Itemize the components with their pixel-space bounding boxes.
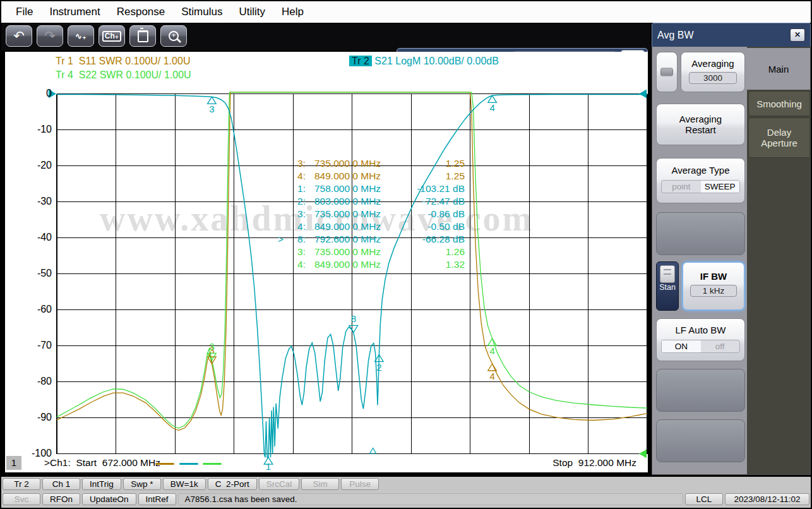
status-cell-pulse: Pulse <box>341 478 379 490</box>
lf-auto-bw-on-option[interactable]: ON <box>662 340 700 352</box>
add-channel-button[interactable]: Ch₊ <box>99 25 125 47</box>
marker-value: -66.28 dB <box>409 233 465 246</box>
marker-frequency: 735.000 0 MHz <box>306 246 409 258</box>
status-message: A7856.1.csa has been saved. <box>178 493 683 505</box>
marker-row: 3:735.000 0 MHz1.25 <box>278 157 465 170</box>
marker-frequency: 758.000 0 MHz <box>306 183 409 195</box>
marker-row: 2:803.000 0 MHz-72.47 dB <box>278 195 465 208</box>
softkey-blank-1 <box>656 212 745 255</box>
active-marker-arrow <box>278 195 287 208</box>
averaging-restart-button[interactable]: Averaging Restart <box>656 104 745 145</box>
tr2-color-dash <box>179 463 198 465</box>
lf-auto-bw-off-option[interactable]: off <box>701 340 739 352</box>
marker-label: 8 <box>351 313 356 324</box>
averaging-value: 3000 <box>689 72 737 84</box>
channel-start-label: >Ch1: Start 672.000 MHz <box>44 457 160 469</box>
zoom-button[interactable]: + <box>160 25 187 47</box>
status-cell-srccal: SrcCal <box>259 478 300 490</box>
y-tick-label: -90 <box>21 412 52 423</box>
marker-label: 4 <box>489 102 494 113</box>
marker-row: 4:849.000 0 MHz1.32 <box>278 258 465 271</box>
marker-tr2-3-icon[interactable] <box>208 97 217 104</box>
y-tick-label: -10 <box>21 124 52 135</box>
undo-button[interactable]: ↶ <box>6 25 32 47</box>
y-tick-label: -70 <box>21 340 52 351</box>
sidebar-title: Avg BW <box>657 30 790 41</box>
marker-frequency: 849.000 0 MHz <box>306 258 409 271</box>
ifbw-softkey-button[interactable]: IF BW 1 kHz <box>682 261 745 311</box>
marker-frequency: 735.000 0 MHz <box>306 208 409 220</box>
active-marker-arrow <box>278 157 287 170</box>
marker-frequency: 849.000 0 MHz <box>306 220 409 233</box>
averaging-toggle-button[interactable] <box>656 52 678 92</box>
marker-row: >8:792.600 0 MHz-66.28 dB <box>278 233 465 246</box>
status-cell-inttrig: IntTrig <box>82 478 121 490</box>
menu-item-help[interactable]: Help <box>273 6 312 18</box>
menu-item-utility[interactable]: Utility <box>230 6 273 18</box>
status-cell-ch-1: Ch 1 <box>42 478 80 490</box>
status-cell-updateon: UpdateOn <box>82 493 136 505</box>
status-timestamp: 2023/08/12-11:02 <box>725 493 809 505</box>
marker-frequency: 849.000 0 MHz <box>306 170 409 183</box>
marker-row: 4:849.000 0 MHz1.25 <box>278 170 465 183</box>
redo-button[interactable]: ↷ <box>37 25 63 47</box>
status-bar: Tr 2Ch 1IntTrigSwp *BW=1kC 2-PortSrcCalS… <box>1 477 811 508</box>
marker-value: -72.47 dB <box>409 195 465 208</box>
status-cell-lcl: LCL <box>685 493 723 505</box>
legend-tr4[interactable]: Tr 4 S22 SWR 0.100U/ 1.00U <box>56 69 191 81</box>
add-trace-button[interactable]: ∿₊ <box>68 25 94 47</box>
marker-row: 3:735.000 0 MHz1.26 <box>278 246 465 258</box>
marker-label: 3 <box>209 104 214 114</box>
average-type-sweep-option[interactable]: SWEEP <box>701 181 739 193</box>
status-cell-intref: IntRef <box>138 493 176 505</box>
menu-item-instrument[interactable]: Instrument <box>41 6 108 18</box>
marker-number: 2: <box>287 195 306 208</box>
stan-toggle-button[interactable]: Stan <box>656 261 679 311</box>
legend-tr1[interactable]: Tr 1 S11 SWR 0.100U/ 1.00U <box>56 56 190 67</box>
marker-number: 1: <box>287 183 306 195</box>
tab-main[interactable]: Main <box>747 48 810 90</box>
average-type-segmented: point SWEEP <box>661 180 739 193</box>
marker-number: 4: <box>287 170 306 183</box>
marker-number: 4: <box>287 258 306 271</box>
ref-level-indicator-tr4-right <box>639 450 647 458</box>
delete-button[interactable] <box>129 25 156 47</box>
sweep-position-tick-icon <box>370 448 376 454</box>
menu-item-file[interactable]: File <box>8 6 41 18</box>
zoom-icon: + <box>169 31 179 41</box>
redo-icon: ↷ <box>44 28 56 44</box>
toolbar: ↶↷∿₊Ch₊+ IF BW <box>1 23 650 51</box>
status-cell-tr-2: Tr 2 <box>3 478 40 490</box>
marker-number: 4: <box>287 220 306 233</box>
marker-value: 1.26 <box>409 246 465 258</box>
marker-number: 3: <box>287 246 306 258</box>
active-marker-arrow <box>278 246 287 258</box>
status-cell-c-2-port: C 2-Port <box>208 478 257 490</box>
close-icon[interactable]: ✕ <box>790 28 805 42</box>
marker-frequency: 735.000 0 MHz <box>306 157 409 170</box>
tab-delay-aperture[interactable]: Delay Aperture <box>748 117 810 158</box>
lf-auto-bw-button[interactable]: LF Auto BW ON off <box>656 318 745 361</box>
averaging-button[interactable]: Averaging 3000 <box>681 52 745 92</box>
tab-smoothing[interactable]: Smoothing <box>748 91 810 116</box>
channel-number-badge[interactable]: 1 <box>6 456 21 470</box>
legend-tr2[interactable]: Tr 2 S21 LogM 10.00dB/ 0.00dB <box>349 56 499 67</box>
active-marker-arrow <box>278 258 287 271</box>
status-cell-bw-1k: BW=1k <box>163 478 206 490</box>
marker-label: 3 <box>209 341 214 352</box>
average-type-button[interactable]: Average Type point SWEEP <box>656 158 745 203</box>
status-cell-swp-: Swp * <box>123 478 161 490</box>
marker-number: 3: <box>287 208 306 220</box>
channel-stop-label: Stop 912.000 MHz <box>552 457 636 469</box>
stan-switch-icon <box>660 265 675 283</box>
status-cell-svc: Svc <box>3 493 40 505</box>
sidebar-title-bar: Avg BW ✕ <box>652 23 811 47</box>
marker-label: 4 <box>489 371 494 381</box>
marker-frequency: 792.600 0 MHz <box>306 233 409 246</box>
menu-item-response[interactable]: Response <box>109 6 174 18</box>
active-marker-arrow <box>278 183 287 195</box>
softkey-sidebar: Avg BW ✕ Averaging 3000 Averaging Restar… <box>652 23 811 475</box>
average-type-point-option[interactable]: point <box>662 181 700 193</box>
menu-item-stimulus[interactable]: Stimulus <box>173 6 230 18</box>
marker-value: -0.86 dB <box>409 208 465 220</box>
